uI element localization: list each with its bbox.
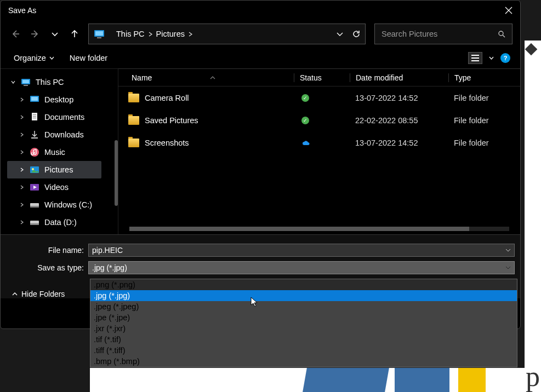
status-synced-icon: ✓ (301, 94, 309, 102)
search-input[interactable] (381, 30, 486, 38)
chevron-right-icon[interactable] (19, 202, 25, 207)
music-icon (29, 147, 40, 158)
chevron-right-icon[interactable] (188, 32, 193, 37)
toolbar: Organize New folder ? (1, 50, 520, 68)
background-app (525, 41, 541, 391)
folder-icon (128, 116, 139, 125)
dropdown-option[interactable]: .tiff (*.tiff) (90, 345, 517, 356)
file-row[interactable]: Camera Roll ✓ 13-07-2022 14:52 File fold… (118, 87, 520, 109)
tree-label: Music (44, 148, 65, 157)
chevron-right-icon[interactable] (19, 97, 25, 102)
filename-input[interactable]: pip.HEIC (88, 244, 515, 257)
file-list: Name Status Date modified Type Camera Ro… (118, 68, 520, 234)
chevron-right-icon[interactable] (19, 132, 25, 137)
svg-rect-15 (33, 118, 36, 118)
tree-videos[interactable]: Videos (1, 178, 118, 196)
column-name[interactable]: Name (118, 73, 294, 82)
tree-label: Documents (44, 113, 84, 122)
dropdown-option[interactable]: .jpeg (*.jpeg) (90, 301, 517, 312)
saveastype-label: Save as type: (1, 263, 88, 272)
dropdown-option[interactable]: .png (*.png) (90, 279, 517, 290)
file-date: 13-07-2022 14:52 (350, 139, 448, 147)
organize-menu[interactable]: Organize (14, 54, 54, 62)
svg-rect-2 (97, 37, 101, 38)
tree-this-pc[interactable]: This PC (1, 73, 118, 91)
breadcrumb-pictures[interactable]: Pictures (156, 30, 185, 38)
dropdown-option[interactable]: .tif (*.tif) (90, 334, 517, 345)
back-button[interactable] (10, 29, 20, 39)
nav-row: This PC Pictures (1, 20, 520, 50)
tree-label: This PC (36, 78, 64, 87)
file-name: Camera Roll (145, 94, 189, 102)
tree-label: Data (D:) (44, 218, 77, 227)
tree-drive-c[interactable]: Windows (C:) (1, 196, 118, 214)
refresh-button[interactable] (352, 30, 361, 38)
breadcrumb-this-pc[interactable]: This PC (116, 30, 145, 38)
svg-rect-13 (33, 114, 36, 115)
tree-label: Pictures (44, 165, 73, 174)
help-button[interactable]: ? (500, 53, 510, 63)
column-date[interactable]: Date modified (350, 73, 448, 82)
dropdown-option[interactable]: .jpg (*.jpg) (90, 290, 517, 301)
chevron-right-icon[interactable] (19, 220, 25, 225)
svg-rect-1 (95, 31, 103, 36)
svg-point-3 (499, 31, 503, 36)
horizontal-scrollbar[interactable] (129, 227, 509, 231)
tree-music[interactable]: Music (1, 143, 118, 161)
file-type: File folder (448, 94, 520, 102)
svg-rect-4 (471, 55, 479, 56)
chevron-down-icon[interactable] (505, 249, 511, 252)
column-headers: Name Status Date modified Type (118, 69, 520, 87)
tree-drive-d[interactable]: Data (D:) (1, 214, 118, 231)
file-date: 22-02-2022 08:55 (350, 116, 448, 125)
tree-label: Downloads (44, 130, 84, 139)
documents-icon (29, 112, 40, 123)
chevron-right-icon[interactable] (19, 167, 25, 172)
forward-button[interactable] (30, 29, 40, 39)
file-row[interactable]: Screenshots 13-07-2022 14:52 File folder (118, 131, 520, 154)
dropdown-option[interactable]: .jpe (*.jpe) (90, 312, 517, 323)
svg-rect-14 (33, 116, 36, 117)
new-folder-button[interactable]: New folder (70, 54, 107, 62)
chevron-right-icon[interactable] (19, 114, 25, 120)
chevron-down-icon[interactable] (10, 79, 16, 85)
sort-indicator-icon (210, 76, 215, 79)
folder-icon (128, 94, 139, 102)
close-button[interactable] (505, 7, 512, 14)
dropdown-option[interactable]: .jxr (*.jxr) (90, 323, 517, 334)
svg-rect-6 (471, 60, 479, 61)
filetype-dropdown: .png (*.png) .jpg (*.jpg) .jpeg (*.jpeg)… (90, 279, 517, 367)
address-bar[interactable]: This PC Pictures (88, 24, 366, 44)
file-row[interactable]: Saved Pictures ✓ 22-02-2022 08:55 File f… (118, 109, 520, 131)
file-name: Screenshots (145, 139, 189, 147)
chevron-right-icon[interactable] (19, 185, 25, 190)
titlebar: Save As (1, 1, 520, 20)
videos-icon (29, 182, 40, 193)
column-status[interactable]: Status (294, 73, 350, 82)
tree-documents[interactable]: Documents (1, 108, 118, 126)
view-options-button[interactable] (468, 52, 482, 64)
search-icon[interactable] (498, 30, 505, 38)
tree-downloads[interactable]: Downloads (1, 126, 118, 143)
saveastype-combo[interactable]: .jpg (*.jpg) (88, 261, 515, 274)
desktop-icon (29, 94, 40, 105)
recent-button[interactable] (50, 29, 60, 39)
chevron-right-icon[interactable] (148, 32, 153, 37)
pictures-icon (29, 164, 40, 175)
tree-pictures[interactable]: Pictures (7, 161, 101, 178)
dropdown-option[interactable]: .bmp (*.bmp) (90, 356, 517, 367)
search-box[interactable] (374, 24, 512, 44)
window-title: Save As (8, 6, 36, 15)
view-dropdown[interactable] (489, 56, 494, 60)
svg-point-19 (32, 168, 34, 170)
up-button[interactable] (70, 29, 79, 39)
svg-rect-24 (30, 223, 39, 225)
chevron-down-icon[interactable] (505, 266, 511, 269)
address-dropdown[interactable] (335, 30, 344, 38)
tree-label: Windows (C:) (44, 200, 92, 209)
column-type[interactable]: Type (448, 73, 520, 82)
chevron-right-icon[interactable] (19, 149, 25, 155)
tree-desktop[interactable]: Desktop (1, 91, 118, 108)
svg-rect-9 (24, 85, 28, 86)
this-pc-icon (20, 77, 31, 88)
